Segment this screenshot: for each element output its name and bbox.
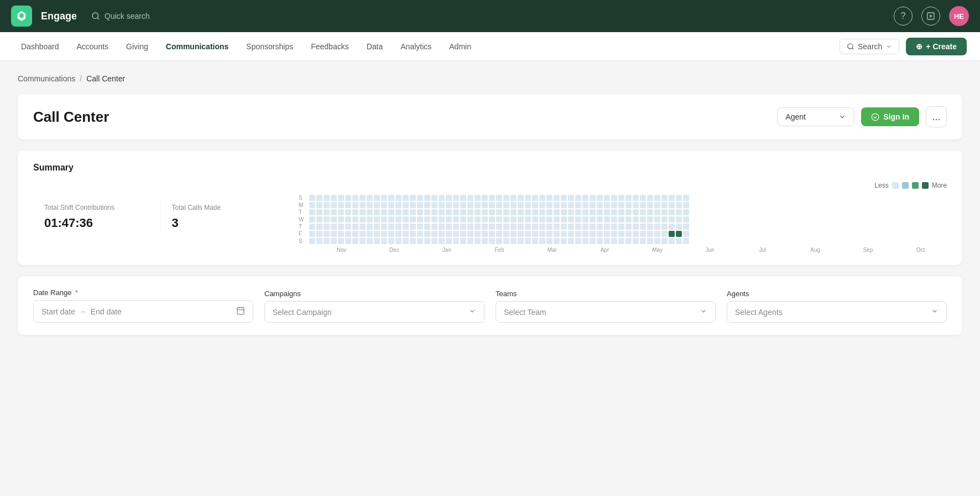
- heatmap-cell: [590, 231, 596, 237]
- more-options-button[interactable]: ...: [926, 106, 947, 127]
- heatmap-cell: [647, 195, 653, 201]
- legend-box-3: [922, 182, 929, 189]
- heatmap-cell: [475, 202, 481, 208]
- heatmap-cell: [539, 216, 545, 223]
- heatmap-cell: [590, 209, 596, 215]
- heatmap-cell: [331, 231, 337, 237]
- heatmap-cell: [446, 209, 452, 215]
- heatmap-cell: [424, 231, 430, 237]
- heatmap-row: [309, 202, 947, 208]
- day-label-f: F: [299, 231, 304, 237]
- heatmap-cell: [568, 202, 574, 208]
- nav-item-analytics[interactable]: Analytics: [393, 39, 439, 54]
- more-icon: ...: [932, 111, 940, 123]
- heatmap-cell: [424, 195, 430, 201]
- nav-item-admin[interactable]: Admin: [441, 39, 479, 54]
- agents-select[interactable]: Select Agents: [727, 301, 947, 323]
- heatmap-cell: [554, 216, 560, 223]
- breadcrumb-parent[interactable]: Communications: [18, 74, 75, 83]
- heatmap-cell: [359, 216, 366, 223]
- heatmap-cell: [611, 195, 617, 201]
- heatmap-cell: [316, 238, 322, 244]
- heatmap-cell: [554, 209, 560, 215]
- heatmap-cell: [525, 209, 531, 215]
- heatmap-cell: [338, 231, 344, 237]
- sign-in-button[interactable]: Sign In: [861, 107, 919, 126]
- chevron-down-icon: [468, 307, 476, 317]
- heatmap-cell: [654, 231, 660, 237]
- nav-item-accounts[interactable]: Accounts: [69, 39, 117, 54]
- heatmap-cell: [640, 238, 646, 244]
- heatmap-cell: [367, 195, 373, 201]
- heatmap-cell: [410, 202, 416, 208]
- heatmap-cell: [568, 238, 574, 244]
- notifications-button[interactable]: [921, 7, 940, 25]
- date-arrow: →: [80, 308, 86, 316]
- heatmap-cell: [395, 231, 402, 237]
- heatmap-cell: [640, 231, 646, 237]
- heatmap-cell: [345, 238, 351, 244]
- heatmap-cell: [453, 231, 459, 237]
- nav-item-communications[interactable]: Communications: [158, 39, 237, 54]
- heatmap-cell: [309, 238, 315, 244]
- heatmap-cell: [352, 224, 358, 230]
- agent-dropdown[interactable]: Agent: [777, 107, 854, 126]
- teams-group: Teams Select Team: [496, 290, 716, 323]
- heatmap-cell: [532, 238, 538, 244]
- heatmap-cell: [431, 202, 437, 208]
- heatmap-row: [309, 195, 947, 201]
- heatmap-cell: [338, 202, 344, 208]
- heatmap-cell: [309, 216, 315, 223]
- app-logo[interactable]: [11, 6, 32, 27]
- heatmap-cell: [453, 238, 459, 244]
- create-button[interactable]: ⊕ + Create: [906, 38, 967, 55]
- heatmap-cell: [431, 238, 437, 244]
- create-icon: ⊕: [916, 42, 922, 51]
- heatmap-cell: [590, 224, 596, 230]
- heatmap-cell: [611, 231, 617, 237]
- heatmap-cell: [604, 195, 610, 201]
- search-dropdown[interactable]: Search: [840, 39, 899, 54]
- help-button[interactable]: ?: [894, 7, 913, 25]
- heatmap-cell: [554, 224, 560, 230]
- heatmap-cell: [597, 202, 603, 208]
- heatmap-cell: [561, 202, 567, 208]
- summary-card: Summary Less More Total Shift Contributi…: [18, 151, 962, 265]
- user-avatar[interactable]: HE: [949, 6, 969, 26]
- nav-item-giving[interactable]: Giving: [118, 39, 156, 54]
- heatmap-cell: [417, 238, 423, 244]
- heatmap-cell: [410, 224, 416, 230]
- main-content: Communications / Call Center Call Center…: [0, 61, 980, 348]
- nav-item-dashboard[interactable]: Dashboard: [13, 39, 67, 54]
- heatmap-cell: [352, 216, 358, 223]
- heatmap-cell: [618, 209, 624, 215]
- heatmap-cell: [539, 202, 545, 208]
- heatmap-cell: [532, 224, 538, 230]
- heatmap-cell: [367, 216, 373, 223]
- heatmap-cell: [503, 202, 509, 208]
- month-label: Mar: [526, 247, 578, 253]
- heatmap-cell: [417, 231, 423, 237]
- heatmap-cell: [395, 238, 402, 244]
- heatmap-cell: [518, 202, 524, 208]
- heatmap-cell: [489, 202, 495, 208]
- heatmap-cell: [453, 216, 459, 223]
- date-range-group: Date Range * Start date → End date: [33, 288, 253, 323]
- heatmap-cell: [467, 224, 473, 230]
- heatmap-cell: [367, 209, 373, 215]
- heatmap-cell: [324, 238, 330, 244]
- heatmap-cell: [604, 224, 610, 230]
- heatmap-cell: [582, 202, 588, 208]
- campaigns-select[interactable]: Select Campaign: [264, 301, 484, 323]
- nav-item-data[interactable]: Data: [359, 39, 391, 54]
- total-shift-contributions-value: 01:47:36: [44, 216, 149, 230]
- nav-item-sponsorships[interactable]: Sponsorships: [238, 39, 301, 54]
- date-range-input[interactable]: Start date → End date: [33, 300, 253, 323]
- heatmap-cell: [625, 216, 632, 223]
- quick-search[interactable]: Quick search: [91, 12, 885, 20]
- heatmap-cell: [381, 209, 387, 215]
- teams-select[interactable]: Select Team: [496, 301, 716, 323]
- nav-item-feedbacks[interactable]: Feedbacks: [303, 39, 356, 54]
- heatmap-cell: [309, 209, 315, 215]
- day-label-t2: T: [299, 224, 304, 230]
